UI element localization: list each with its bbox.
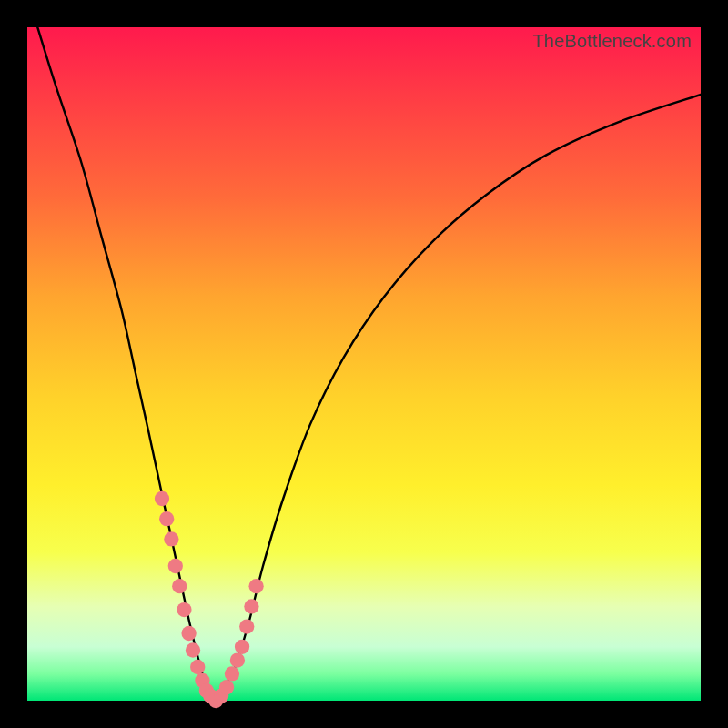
marker-dot [181,626,196,641]
marker-dot [225,666,239,681]
marker-dot [219,680,234,694]
marker-dot [168,559,183,573]
marker-dot [248,579,263,593]
curve-svg [27,27,701,701]
marker-dot [155,491,169,506]
marker-group [155,491,264,708]
bottleneck-curve-path [27,0,701,701]
marker-dot [186,642,200,657]
marker-dot [230,652,245,667]
marker-dot [235,640,249,654]
marker-dot [239,619,254,633]
marker-dot [244,599,258,613]
marker-dot [190,660,205,674]
plot-area: TheBottleneck.com [27,27,701,701]
marker-dot [177,602,191,617]
marker-dot [172,579,187,593]
chart-frame: TheBottleneck.com [0,0,728,728]
marker-dot [164,531,178,546]
marker-dot [159,511,174,526]
